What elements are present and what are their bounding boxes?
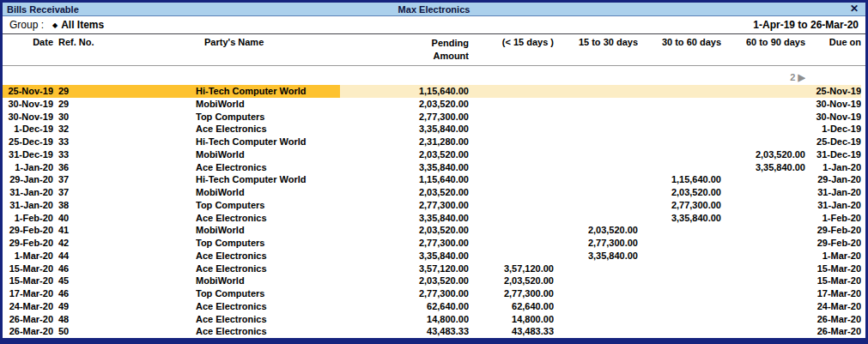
cell-15-30-days [554, 263, 638, 275]
report-period[interactable]: 1-Apr-19 to 26-Mar-20 [753, 19, 859, 31]
cell-15-30-days [554, 161, 638, 174]
cell-30-60-days [638, 325, 721, 338]
table-row[interactable]: 24-Mar-20 49 Ace Electronics 62,640.00 6… [3, 300, 865, 313]
cell-ref-no: 29 [53, 98, 196, 111]
cell-60-90-days [721, 325, 805, 338]
table-row[interactable]: 15-Mar-20 45 MobiWorld 2,03,520.00 2,03,… [3, 275, 865, 287]
cell-date: 29-Jan-20 [3, 173, 53, 186]
cell-60-90-days [721, 275, 805, 287]
cell-due-on: 26-Mar-20 [805, 313, 861, 326]
table-row[interactable]: 15-Mar-20 46 Ace Electronics 3,57,120.00… [3, 263, 865, 275]
cell-15-30-days [554, 287, 638, 300]
cell-30-60-days [638, 300, 721, 313]
cell-date: 17-Mar-20 [3, 287, 53, 300]
table-row[interactable]: 31-Jan-20 38 Top Computers 2,77,300.00 2… [3, 199, 865, 212]
cell-party-name: Hi-Tech Computer World [196, 85, 340, 98]
cell-due-on: 1-Mar-20 [805, 250, 861, 263]
table-row[interactable]: 31-Jan-20 37 MobiWorld 2,03,520.00 2,03,… [3, 186, 865, 199]
cell-date: 15-Mar-20 [3, 263, 53, 275]
cell-60-90-days [721, 237, 805, 250]
cell-due-on: 1-Jan-20 [805, 161, 861, 174]
table-row[interactable]: 17-Mar-20 46 Top Computers 2,77,300.00 2… [3, 287, 865, 300]
cell-lt-15-days [469, 98, 554, 111]
cell-due-on: 29-Jan-20 [805, 173, 861, 186]
cell-ref-no: 36 [53, 161, 196, 174]
cell-date: 24-Mar-20 [3, 300, 53, 313]
cell-15-30-days [554, 212, 638, 225]
cell-lt-15-days [469, 186, 554, 199]
table-row[interactable]: 1-Jan-20 36 Ace Electronics 3,35,840.00 … [3, 161, 865, 174]
table-row[interactable]: 1-Mar-20 44 Ace Electronics 3,35,840.00 … [3, 250, 865, 263]
table-row[interactable]: 29-Feb-20 41 MobiWorld 2,03,520.00 2,03,… [3, 224, 865, 237]
cell-30-60-days: 1,15,640.00 [638, 173, 721, 186]
cell-party-name: Ace Electronics [196, 263, 340, 275]
cell-lt-15-days [469, 136, 554, 148]
cell-date: 15-Mar-20 [3, 275, 53, 287]
cell-due-on: 25-Nov-19 [805, 85, 861, 98]
table-row[interactable]: 26-Mar-20 50 Ace Electronics 43,483.33 4… [3, 325, 865, 338]
cell-15-30-days [554, 173, 638, 186]
cell-30-60-days [638, 250, 721, 263]
cell-ref-no: 33 [53, 136, 196, 148]
cell-due-on: 29-Feb-20 [805, 224, 861, 237]
table-row[interactable]: 25-Dec-19 33 Hi-Tech Computer World 2,31… [3, 136, 865, 148]
close-icon[interactable]: ✕ [848, 3, 860, 16]
table-row[interactable]: 25-Nov-19 29 Hi-Tech Computer World 1,15… [3, 85, 865, 98]
cell-due-on: 26-Mar-20 [805, 325, 861, 338]
cell-ref-no: 38 [53, 199, 196, 212]
cell-lt-15-days: 14,800.00 [469, 313, 554, 326]
cell-lt-15-days: 62,640.00 [469, 300, 554, 313]
header-lt-15-days: (< 15 days ) [469, 37, 554, 65]
cell-lt-15-days: 43,483.33 [469, 325, 554, 338]
cell-30-60-days [638, 275, 721, 287]
table-body: 25-Nov-19 29 Hi-Tech Computer World 1,15… [3, 85, 865, 338]
table-row[interactable]: 30-Nov-19 29 MobiWorld 2,03,520.00 30-No… [3, 98, 865, 111]
cell-ref-no: 40 [53, 212, 196, 225]
cell-due-on: 24-Mar-20 [805, 300, 861, 313]
cell-date: 1-Feb-20 [3, 212, 53, 225]
cell-lt-15-days [469, 85, 554, 98]
cell-15-30-days [554, 313, 638, 326]
cell-pending-amount: 2,77,300.00 [340, 287, 469, 300]
group-value[interactable]: All Items [61, 19, 104, 31]
cell-party-name: Ace Electronics [196, 123, 340, 136]
cell-ref-no: 29 [53, 85, 196, 98]
table-row[interactable]: 29-Jan-20 37 Hi-Tech Computer World 1,15… [3, 173, 865, 186]
cell-date: 25-Dec-19 [3, 136, 53, 148]
cell-60-90-days [721, 85, 805, 98]
cell-pending-amount: 2,77,300.00 [340, 237, 469, 250]
cell-due-on: 31-Jan-20 [805, 199, 861, 212]
table-row[interactable]: 31-Dec-19 33 MobiWorld 2,03,520.00 2,03,… [3, 148, 865, 161]
cell-30-60-days [638, 85, 721, 98]
cell-due-on: 1-Feb-20 [805, 212, 861, 225]
cell-60-90-days [721, 111, 805, 124]
cell-60-90-days [721, 263, 805, 275]
cell-ref-no: 33 [53, 148, 196, 161]
cell-15-30-days: 2,77,300.00 [554, 237, 638, 250]
cell-party-name: MobiWorld [196, 148, 340, 161]
next-columns-page-indicator[interactable]: 2 ▶ [721, 72, 805, 85]
cell-30-60-days [638, 224, 721, 237]
header-15-30-days: 15 to 30 days [554, 37, 638, 65]
cell-lt-15-days [469, 250, 554, 263]
header-party-name: Party's Name [196, 37, 340, 65]
cell-60-90-days [721, 313, 805, 326]
cell-date: 1-Mar-20 [3, 250, 53, 263]
cell-15-30-days [554, 85, 638, 98]
table-row[interactable]: 26-Mar-20 48 Ace Electronics 14,800.00 1… [3, 313, 865, 326]
cell-party-name: Top Computers [196, 199, 340, 212]
cell-60-90-days [721, 250, 805, 263]
table-row[interactable]: 1-Feb-20 40 Ace Electronics 3,35,840.00 … [3, 212, 865, 225]
cell-date: 31-Dec-19 [3, 148, 53, 161]
table-row[interactable]: 1-Dec-19 32 Ace Electronics 3,35,840.00 … [3, 123, 865, 136]
cell-15-30-days [554, 186, 638, 199]
cell-ref-no: 32 [53, 123, 196, 136]
cell-60-90-days [721, 136, 805, 148]
titlebar: Bills Receivable Max Electronics ✕ [3, 3, 865, 16]
cell-date: 1-Jan-20 [3, 161, 53, 174]
table-row[interactable]: 30-Nov-19 30 Top Computers 2,77,300.00 3… [3, 111, 865, 124]
cell-pending-amount: 14,800.00 [340, 313, 469, 326]
table-row[interactable]: 29-Feb-20 42 Top Computers 2,77,300.00 2… [3, 237, 865, 250]
cell-15-30-days [554, 123, 638, 136]
cell-date: 1-Dec-19 [3, 123, 53, 136]
